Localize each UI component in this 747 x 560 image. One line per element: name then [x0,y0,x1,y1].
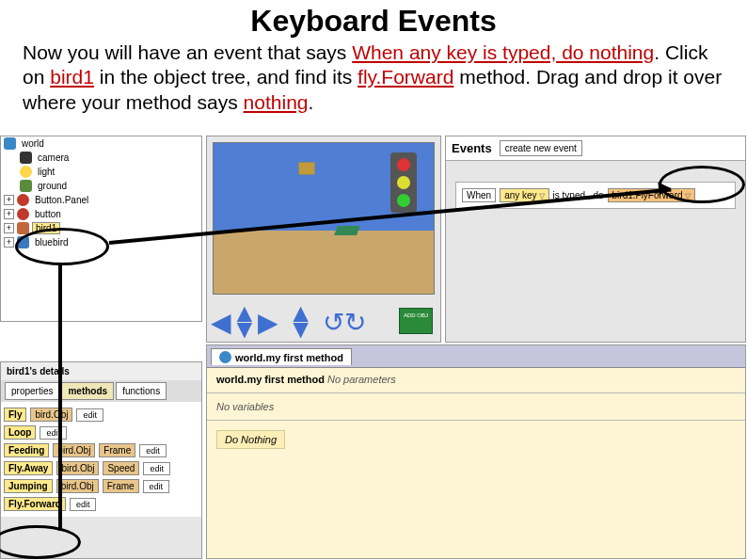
expand-icon[interactable]: + [4,209,14,219]
scene-panel: ◀ ▲ ▼ ▶ ▲ ▼ ↺ ↻ ADD OBJ [206,136,441,343]
slide-title: Keyboard Events [0,0,747,39]
tree-bluebird[interactable]: +bluebird [1,235,201,249]
method-name-tile[interactable]: Fly.Away [4,461,53,475]
rotate-right-icon[interactable]: ↻ [344,307,366,338]
text-red-4: nothing [244,91,309,113]
tree-bird1[interactable]: +bird1 [1,221,201,235]
tree-label: ground [35,181,70,191]
method-row[interactable]: Feedingbird.ObjFrameedit [4,441,199,459]
method-editor: world.my first method world.my first met… [206,344,746,559]
scene-viewport[interactable] [213,142,435,295]
method-param-tile: Speed [103,461,139,475]
tab-methods[interactable]: methods [61,382,114,400]
tree-world[interactable]: world [1,136,201,151]
tree-button-panel[interactable]: +Button.Panel [1,193,201,207]
method-list: Flybird.ObjeditLoopeditFeedingbird.ObjFr… [1,402,201,517]
method-param-tile: Frame [99,443,135,457]
tree-camera[interactable]: camera [1,151,201,165]
edit-button[interactable]: edit [40,426,67,440]
tree-label: light [35,167,57,177]
button-icon [17,208,29,220]
events-title: Events [452,141,492,155]
event-row[interactable]: When any key▽ is typed , do bird1.FlyFor… [455,182,736,209]
scene-object-flag [298,162,315,175]
expand-icon[interactable]: + [4,223,14,233]
events-panel: Events create new event When any key▽ is… [445,136,746,343]
method-param-tile: bird.Obj [53,443,95,457]
details-panel: bird1's details properties methods funct… [0,361,202,559]
do-nothing-tile[interactable]: Do Nothing [216,430,285,449]
bird-icon [17,222,29,234]
editor-no-variables: No variables [216,397,736,416]
camera-controls[interactable]: ◀ ▲ ▼ ▶ ▲ ▼ ↺ ↻ [211,306,366,338]
method-name-tile[interactable]: Fly.Forward [4,497,66,511]
arrow-right-icon[interactable]: ▶ [258,307,278,338]
tree-label: Button.Panel [32,195,91,205]
method-row[interactable]: Fly.Forwardedit [4,495,199,513]
method-param-tile: Frame [103,479,139,493]
text-red-1: When any key is typed, do nothing [352,41,654,63]
rotate-left-icon[interactable]: ↺ [323,307,344,338]
method-row[interactable]: Jumpingbird.ObjFrameedit [4,477,199,495]
tree-button[interactable]: +button [1,207,201,221]
text-part: in the object tree, and find its [94,66,358,88]
event-key-dropdown[interactable]: any key▽ [500,188,548,202]
event-target-method[interactable]: bird1.FlyForward▽ [608,188,695,202]
text-red-3: fly.Forward [358,66,453,88]
edit-button[interactable]: edit [139,444,167,457]
text-part: Now you will have an event that says [23,41,352,63]
editor-tab[interactable]: world.my first method [211,348,352,365]
bluebird-icon [17,236,29,248]
method-name-tile[interactable]: Loop [4,425,36,440]
panel-icon [17,194,29,206]
method-param-tile: bird.Obj [30,408,72,422]
tab-properties[interactable]: properties [5,382,59,400]
tree-light[interactable]: light [1,165,201,179]
tree-ground[interactable]: ground [1,179,201,193]
event-when: When [462,188,496,202]
expand-icon[interactable]: + [4,237,14,248]
event-is-typed: is typed , do [553,190,604,200]
editor-body[interactable]: world.my first method No parameters No v… [207,368,745,558]
text-part: . [309,91,314,113]
add-objects-button[interactable]: ADD OBJ [399,308,433,334]
object-tree[interactable]: world camera light ground +Button.Panel … [0,136,202,322]
method-name-tile[interactable]: Jumping [4,479,53,493]
edit-button[interactable]: edit [76,408,103,422]
details-tabs: properties methods functions [1,380,201,402]
tree-label: button [32,209,64,219]
red-light-icon [397,158,410,171]
method-param-tile: bird.Obj [56,461,99,475]
tab-functions[interactable]: functions [116,382,167,400]
tree-label: camera [35,152,72,163]
green-light-icon [397,194,410,207]
create-new-event-button[interactable]: create new event [500,140,582,156]
edit-button[interactable]: edit [143,462,170,475]
slide-paragraph: Now you will have an event that says Whe… [0,39,747,122]
details-title: bird1's details [1,362,201,380]
tree-label: bluebird [32,237,72,248]
world-icon [4,137,16,150]
method-param-tile: bird.Obj [56,479,99,493]
events-header: Events create new event [446,136,745,161]
scene-helicopter [334,226,360,235]
arrow-down-icon[interactable]: ▼ [288,322,314,338]
ground-icon [20,180,32,192]
method-row[interactable]: Loopedit [4,424,199,441]
text-red-2: bird1 [50,66,94,88]
edit-button[interactable]: edit [70,498,97,511]
editor-signature: world.my first method No parameters [216,374,736,389]
method-row[interactable]: Flybird.Objedit [4,406,199,424]
expand-icon[interactable]: + [4,195,14,205]
arrow-left-icon[interactable]: ◀ [211,307,231,338]
tree-label-selected: bird1 [32,222,60,234]
arrow-down-icon[interactable]: ▼ [231,322,258,338]
edit-button[interactable]: edit [143,480,170,493]
scene-traffic-light [390,152,417,213]
light-icon [20,166,32,178]
method-row[interactable]: Fly.Awaybird.ObjSpeededit [4,459,199,477]
editor-tabbar: world.my first method [207,345,745,368]
method-name-tile[interactable]: Fly [4,408,26,422]
chevron-down-icon: ▽ [539,192,545,200]
method-name-tile[interactable]: Feeding [4,443,49,457]
